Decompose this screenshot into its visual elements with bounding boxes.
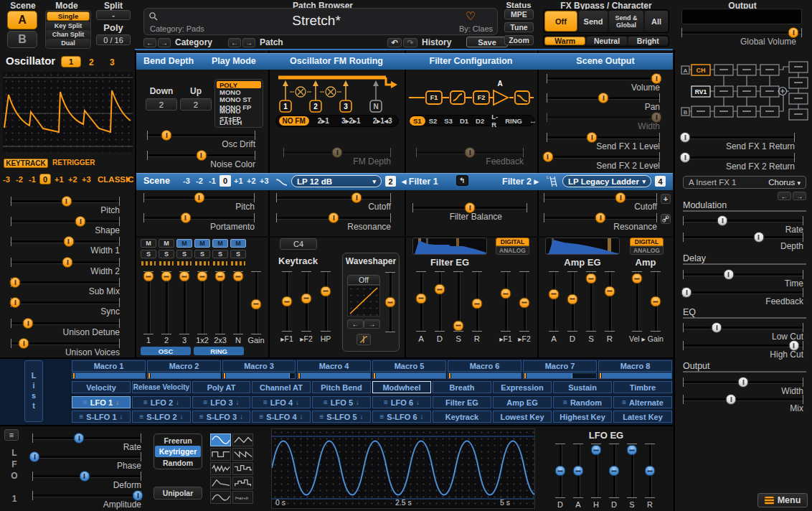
filter1-title[interactable]: ◂ Filter 1: [402, 176, 438, 187]
zoom-button[interactable]: Zoom: [504, 35, 534, 45]
filter-feedback-slider[interactable]: Feedback: [416, 146, 524, 167]
mixer-level-2x3[interactable]: [214, 271, 227, 334]
slider-handle[interactable]: [680, 132, 691, 143]
fcfg-wide[interactable]: ↔: [526, 116, 540, 126]
mod-source-sustain[interactable]: Sustain: [553, 381, 612, 393]
mod-source-lowest-key[interactable]: Lowest Key: [493, 411, 552, 423]
history-label[interactable]: History: [422, 37, 451, 47]
macro-5-bar[interactable]: [372, 372, 446, 379]
mod-source-timbre[interactable]: Timbre: [613, 381, 672, 393]
mod-source-modwheel[interactable]: Modwheel: [372, 381, 431, 393]
osc-pitch-slider[interactable]: Pitch: [11, 194, 120, 216]
slider-handle[interactable]: [385, 297, 396, 308]
mod-source-lfo5[interactable]: ≡LFO 5↓: [312, 396, 371, 408]
macro-7-bar[interactable]: [523, 372, 597, 379]
fcfg-d1[interactable]: D1: [456, 116, 472, 126]
filter-balance-slider[interactable]: Filter Balance: [412, 201, 527, 222]
character-bright[interactable]: Bright: [628, 37, 668, 45]
lfo-phase-slider[interactable]: Phase: [32, 450, 141, 472]
scene-volume-slider[interactable]: Volume: [547, 72, 660, 93]
waveshaper-type-dropdown[interactable]: Off: [347, 275, 380, 285]
mixer-level-1x2[interactable]: [196, 271, 209, 334]
burger-icon[interactable]: ≡: [379, 413, 384, 421]
keytrack-f2-slider[interactable]: [300, 271, 313, 332]
lfo-eg-attack[interactable]: [572, 444, 585, 498]
fx-depth-slider[interactable]: Depth: [683, 230, 803, 252]
slider-handle[interactable]: [63, 236, 74, 247]
mod-source-velocity[interactable]: Velocity: [72, 381, 131, 393]
slider-handle[interactable]: [321, 286, 331, 296]
mixer-level-3[interactable]: [178, 271, 191, 334]
mod-source-alternate[interactable]: ≡Alternate: [613, 396, 672, 408]
filter1-cutoff-slider[interactable]: Cutoff: [276, 191, 391, 212]
mod-source-latest-key[interactable]: Latest Key: [613, 411, 672, 423]
macro-1-bar[interactable]: [72, 372, 146, 379]
slider-handle[interactable]: [19, 338, 29, 349]
slider-handle[interactable]: [215, 271, 226, 282]
lfo-eg-hold[interactable]: [590, 444, 603, 498]
character-neutral[interactable]: Neutral: [587, 37, 626, 45]
amp-gain-slider[interactable]: [649, 271, 662, 332]
arrow-down-icon[interactable]: ↓: [240, 413, 243, 421]
slider-handle[interactable]: [62, 257, 73, 268]
macro-4-bar[interactable]: [297, 372, 371, 379]
slider-handle[interactable]: [351, 192, 362, 203]
fx-mix-slider[interactable]: Mix: [683, 393, 803, 414]
macro-6-bar[interactable]: [448, 372, 521, 379]
slider-handle[interactable]: [555, 466, 566, 477]
filter-eg-to-f2[interactable]: [518, 271, 531, 332]
osc-sync-slider[interactable]: Sync: [11, 296, 120, 317]
mod-source-breath[interactable]: Breath: [433, 381, 491, 393]
slider-handle[interactable]: [573, 466, 584, 477]
slider-handle[interactable]: [595, 212, 606, 223]
slider-handle[interactable]: [567, 294, 578, 304]
lfo-eg-delay[interactable]: [554, 444, 567, 498]
mod-source-pitch-bend[interactable]: Pitch Bend: [312, 381, 371, 393]
macro-8-bar[interactable]: [598, 372, 672, 379]
mixer-solo-2x3[interactable]: S: [212, 250, 228, 258]
slider-handle[interactable]: [161, 130, 172, 141]
burger-icon[interactable]: ≡: [263, 398, 268, 406]
send-fx2-level-slider[interactable]: Send FX 2 Level: [547, 150, 660, 172]
macro-6[interactable]: Macro 6: [448, 360, 521, 372]
slider-handle[interactable]: [61, 196, 72, 207]
fm-route-2to1[interactable]: 2▸1: [314, 116, 333, 126]
patch-prev-button[interactable]: ←: [228, 38, 241, 47]
slider-handle[interactable]: [196, 150, 207, 161]
osc-octave-m1[interactable]: -1: [29, 175, 36, 184]
fcfg-lr[interactable]: L-R: [488, 112, 501, 129]
scene-octave-0[interactable]: 0: [219, 175, 231, 187]
filter2-type-dropdown[interactable]: LP Legacy Ladder▾: [562, 175, 651, 187]
osc-tab-3[interactable]: 3: [110, 57, 115, 67]
osc-octave-m3[interactable]: -3: [3, 175, 10, 184]
lfo-eg-sustain[interactable]: [625, 444, 638, 498]
slider-handle[interactable]: [416, 293, 427, 304]
patch-name[interactable]: Stretch*: [252, 13, 381, 29]
mod-source-filter-eg[interactable]: Filter EG: [433, 396, 491, 408]
slider-handle[interactable]: [194, 192, 204, 203]
lfo-eg-decay[interactable]: [608, 444, 620, 498]
slider-handle[interactable]: [651, 112, 662, 123]
scene-octave-p1[interactable]: +1: [234, 177, 243, 185]
bend-up-value[interactable]: 2: [180, 98, 212, 111]
slider-handle[interactable]: [609, 466, 620, 477]
save-button[interactable]: Save: [466, 37, 508, 47]
slider-handle[interactable]: [465, 147, 476, 158]
arrow-down-icon[interactable]: ↓: [356, 398, 359, 406]
filter2-title[interactable]: Filter 2 ▸: [502, 176, 539, 187]
filter2-cutoff-slider[interactable]: Cutoff: [544, 191, 657, 212]
slider-handle[interactable]: [29, 451, 40, 462]
mod-source-amp-eg[interactable]: Amp EG: [493, 396, 552, 408]
slider-handle[interactable]: [587, 132, 598, 143]
filter-eg-digital-toggle[interactable]: DIGITAL: [496, 238, 529, 246]
lfo-shape-saw[interactable]: [232, 448, 253, 461]
mod-source-release-velocity[interactable]: Release Velocity: [132, 381, 191, 393]
arrow-down-icon[interactable]: ↓: [176, 398, 179, 406]
burger-icon[interactable]: ≡: [384, 398, 388, 406]
macro-7[interactable]: Macro 7: [523, 360, 597, 372]
mod-source-lfo6[interactable]: ≡LFO 6↓: [372, 396, 431, 408]
scene-pitch-slider[interactable]: Pitch: [143, 191, 255, 212]
slider-handle[interactable]: [712, 322, 722, 333]
mixer-solo-1[interactable]: S: [141, 250, 156, 258]
patch-browser[interactable]: Category: Pads Stretch* ♡ By: Claes: [143, 8, 498, 35]
